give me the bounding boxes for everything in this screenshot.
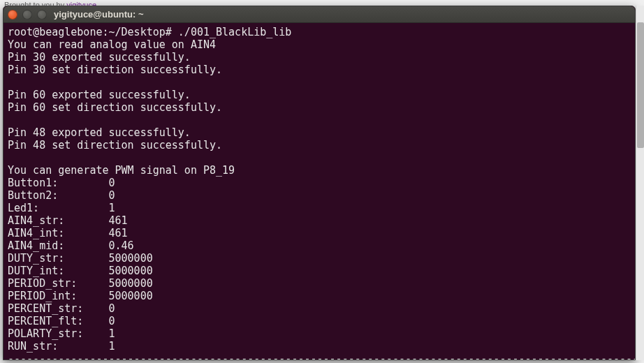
prompt: root@beaglebone:~/Desktop# <box>8 26 178 38</box>
scrollbar[interactable] <box>636 6 644 360</box>
title-bar[interactable]: yigityuce@ubuntu: ~ <box>3 6 635 23</box>
close-icon[interactable] <box>8 10 17 20</box>
window-title: yigityuce@ubuntu: ~ <box>47 9 631 20</box>
maximize-icon[interactable] <box>37 10 47 20</box>
terminal-body[interactable]: root@beaglebone:~/Desktop# ./001_BlackLi… <box>3 23 635 360</box>
minimize-icon[interactable] <box>22 10 32 20</box>
output-lines: You can read analog value on AIN4 Pin 30… <box>8 38 635 360</box>
terminal-window: yigityuce@ubuntu: ~ root@beaglebone:~/De… <box>3 6 636 360</box>
command: ./001_BlackLib_lib <box>178 26 292 38</box>
prompt-line: root@beaglebone:~/Desktop# ./001_BlackLi… <box>8 26 291 38</box>
window-controls <box>8 10 47 20</box>
scrollbar-thumb[interactable] <box>637 22 644 148</box>
